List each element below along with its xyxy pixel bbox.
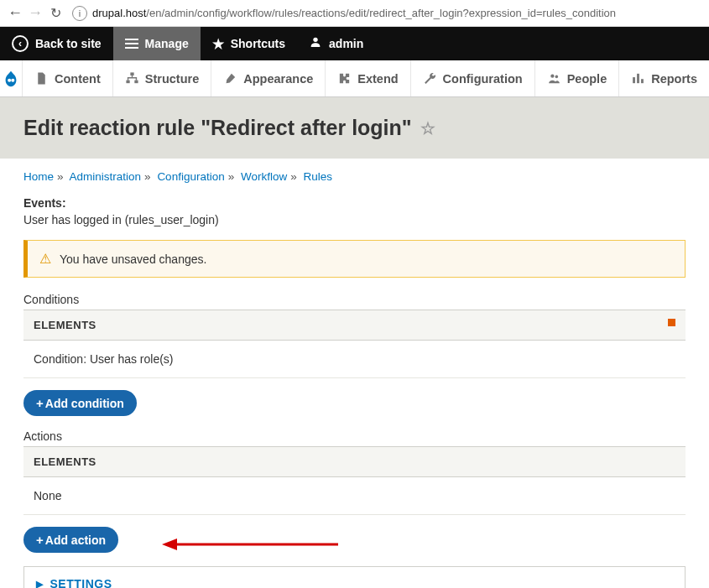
hierarchy-icon	[125, 71, 139, 86]
svg-marker-12	[162, 539, 177, 550]
add-condition-button[interactable]: +Add condition	[23, 390, 137, 416]
svg-rect-4	[126, 81, 129, 84]
svg-rect-3	[130, 72, 133, 75]
admin-menu: Content Structure Appearance Extend Conf…	[0, 60, 709, 97]
back-arrow-icon: ‹	[12, 35, 29, 52]
document-icon	[34, 71, 49, 86]
add-condition-label: Add condition	[45, 397, 124, 410]
browser-forward-button: →	[25, 3, 45, 23]
admin-menu-label: People	[567, 72, 607, 86]
browser-chrome: ← → ↻ i drupal.host/en/admin/config/work…	[0, 0, 709, 27]
plus-icon: +	[36, 396, 44, 410]
svg-point-7	[555, 75, 558, 79]
admin-menu-label: Structure	[145, 72, 199, 86]
hamburger-icon	[125, 39, 138, 49]
page-header: Edit reaction rule "Redirect after login…	[0, 97, 709, 159]
breadcrumb-link[interactable]: Workflow	[241, 170, 287, 183]
annotation-arrow-icon	[162, 534, 338, 554]
svg-point-0	[313, 38, 317, 42]
browser-back-button[interactable]: ←	[5, 3, 25, 23]
page-title-text: Edit reaction rule "Redirect after login…	[23, 116, 412, 140]
breadcrumb-link[interactable]: Rules	[304, 170, 333, 183]
url-host: drupal.host	[92, 7, 146, 19]
admin-menu-label: Content	[55, 72, 101, 86]
manage-toggle[interactable]: Manage	[113, 27, 201, 60]
breadcrumb-link[interactable]: Home	[23, 170, 54, 183]
paintbrush-icon	[223, 71, 237, 86]
elements-header-text: ELEMENTS	[34, 319, 96, 331]
admin-menu-label: Reports	[651, 72, 697, 86]
page-title: Edit reaction rule "Redirect after login…	[23, 116, 686, 140]
breadcrumb-link[interactable]: Configuration	[157, 170, 224, 183]
admin-menu-people[interactable]: People	[535, 60, 620, 96]
warning-icon: ⚠	[39, 251, 51, 267]
puzzle-icon	[337, 71, 352, 86]
user-menu[interactable]: admin	[297, 27, 375, 60]
browser-reload-button[interactable]: ↻	[45, 3, 65, 23]
admin-menu-extend[interactable]: Extend	[326, 60, 410, 96]
add-action-label: Add action	[45, 533, 106, 547]
admin-menu-label: Extend	[357, 72, 398, 86]
conditions-label: Conditions	[23, 293, 686, 306]
admin-menu-label: Appearance	[243, 72, 313, 86]
condition-row[interactable]: Condition: User has role(s)	[23, 341, 686, 378]
admin-menu-appearance[interactable]: Appearance	[211, 60, 326, 96]
back-to-site-label: Back to site	[35, 37, 102, 50]
svg-point-2	[11, 78, 14, 81]
svg-rect-8	[633, 77, 635, 83]
svg-rect-5	[134, 81, 138, 84]
url-path: /en/admin/config/workflow/rules/reaction…	[146, 7, 616, 19]
warning-message: ⚠ You have unsaved changes.	[23, 240, 686, 278]
events-label: Events:	[23, 196, 686, 210]
operations-indicator-icon	[668, 319, 675, 326]
people-icon	[547, 71, 561, 86]
add-action-button[interactable]: +Add action	[23, 527, 118, 553]
svg-point-6	[550, 75, 554, 78]
admin-menu-configuration[interactable]: Configuration	[411, 60, 535, 96]
admin-menu-structure[interactable]: Structure	[113, 60, 211, 96]
admin-menu-content[interactable]: Content	[23, 60, 113, 96]
actions-table-header: ELEMENTS	[23, 446, 686, 477]
user-label: admin	[329, 37, 363, 50]
drupal-logo[interactable]	[0, 60, 23, 96]
svg-rect-10	[641, 79, 644, 83]
elements-header-text: ELEMENTS	[34, 455, 96, 468]
events-text: User has logged in (rules_user_login)	[23, 213, 686, 226]
url-bar[interactable]: i drupal.host/en/admin/config/workflow/r…	[72, 3, 704, 23]
conditions-table-header: ELEMENTS	[23, 310, 686, 341]
settings-details[interactable]: ▶ SETTINGS	[23, 566, 686, 588]
actions-label: Actions	[23, 429, 686, 443]
svg-point-1	[8, 78, 11, 81]
settings-label: SETTINGS	[50, 577, 112, 588]
disclosure-triangle-icon: ▶	[36, 579, 44, 589]
shortcut-star-icon[interactable]: ☆	[420, 118, 435, 138]
svg-rect-9	[637, 74, 639, 83]
bar-chart-icon	[631, 71, 645, 86]
wrench-icon	[423, 71, 437, 86]
action-row-empty: None	[23, 477, 686, 515]
shortcuts-link[interactable]: ★ Shortcuts	[201, 27, 297, 60]
manage-label: Manage	[145, 37, 189, 50]
star-icon: ★	[212, 36, 224, 52]
person-icon	[309, 35, 322, 52]
site-info-icon[interactable]: i	[72, 6, 87, 21]
admin-menu-label: Configuration	[443, 72, 523, 86]
breadcrumb: Home» Administration» Configuration» Wor…	[23, 170, 686, 183]
back-to-site-link[interactable]: ‹ Back to site	[0, 27, 113, 60]
page-content: Home» Administration» Configuration» Wor…	[0, 159, 709, 588]
drupal-toolbar: ‹ Back to site Manage ★ Shortcuts admin	[0, 27, 709, 60]
warning-text: You have unsaved changes.	[60, 252, 206, 266]
breadcrumb-link[interactable]: Administration	[70, 170, 142, 183]
shortcuts-label: Shortcuts	[231, 37, 285, 50]
admin-menu-reports[interactable]: Reports	[619, 60, 709, 96]
plus-icon: +	[36, 533, 44, 547]
